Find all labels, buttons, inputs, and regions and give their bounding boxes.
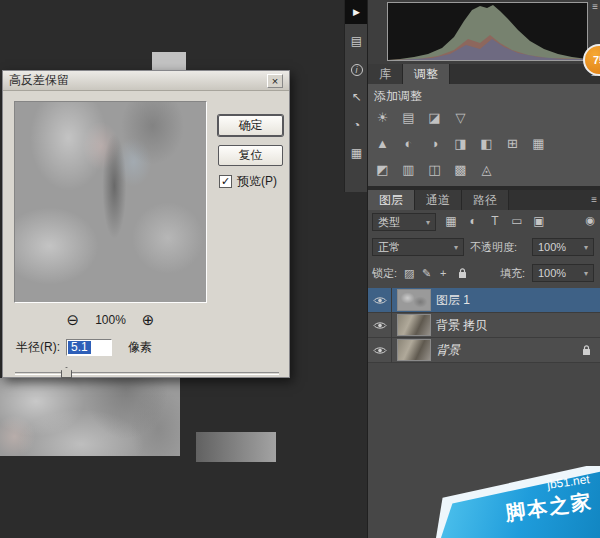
hue-saturation-icon[interactable]: ◐	[399, 134, 418, 153]
radius-unit: 像素	[128, 339, 152, 356]
chevron-down-icon: ▾	[426, 218, 430, 227]
adjustment-icon-row: ◩ ▥ ◫ ▩ ◬	[373, 160, 496, 179]
layer-thumbnail[interactable]	[398, 315, 430, 335]
eye-icon	[373, 296, 387, 305]
color-lookup-icon[interactable]: ▦	[529, 134, 548, 153]
high-pass-dialog: 高反差保留 × 确定 复位 ✓ 预览(P) ⊖ 100% ⊕ 半径(R): 5.…	[2, 70, 290, 378]
layer-list: 图层 1 背景 拷贝 背景	[368, 288, 600, 363]
invert-icon[interactable]: ◩	[373, 160, 392, 179]
opacity-label: 不透明度:	[470, 238, 517, 256]
brightness-contrast-icon[interactable]: ☀	[373, 108, 392, 127]
layer-row[interactable]: 背景	[368, 338, 600, 363]
layer-thumbnail[interactable]	[398, 340, 430, 360]
reset-button[interactable]: 复位	[218, 145, 283, 166]
preview-image	[15, 102, 206, 302]
curves-icon[interactable]: ◪	[425, 108, 444, 127]
fill-value[interactable]: 100% ▾	[532, 264, 594, 282]
color-balance-icon[interactable]: ◑	[425, 134, 444, 153]
histogram-panel-icon[interactable]: ▤	[345, 30, 368, 52]
zoom-controls: ⊖ 100% ⊕	[14, 311, 207, 329]
radius-row: 半径(R): 5.1 像素	[16, 339, 152, 356]
canvas-gradient-fragment	[196, 432, 276, 462]
panel-menu-icon[interactable]: ≡	[591, 190, 597, 210]
visibility-toggle[interactable]	[368, 288, 392, 313]
zoom-level: 100%	[95, 313, 126, 327]
filter-shape-layers-icon[interactable]: ▭	[508, 214, 526, 228]
preview-checkbox-label: 预览(P)	[237, 173, 277, 190]
tab-channels[interactable]: 通道	[415, 190, 462, 210]
tab-paths[interactable]: 路径	[462, 190, 509, 210]
ok-button[interactable]: 确定	[218, 115, 283, 136]
chevron-down-icon: ▾	[584, 269, 588, 278]
layer-name: 图层 1	[436, 292, 470, 309]
tab-layers[interactable]: 图层	[368, 190, 415, 210]
radius-input[interactable]: 5.1	[66, 339, 112, 356]
adjustments-panel: 添加调整 ☀ ▤ ◪ ▽ ▲ ◐ ◑ ◨ ◧ ⊞ ▦ ◩ ▥ ◫ ▩ ◬	[368, 84, 600, 186]
tab-adjustments[interactable]: 调整	[403, 64, 450, 84]
chevron-down-icon: ▾	[454, 243, 458, 252]
lock-all-icon[interactable]	[458, 264, 467, 282]
canvas-image-fragment	[152, 52, 186, 70]
play-icon[interactable]: ▶	[345, 0, 368, 24]
filter-kind-label: 类型	[378, 215, 400, 230]
right-panel: ≡ 库 调整 ≡ 添加调整 ☀ ▤ ◪ ▽ ▲ ◐ ◑ ◨ ◧ ⊞ ▦	[367, 0, 600, 538]
blend-mode-dropdown[interactable]: 正常 ▾	[372, 238, 464, 256]
adjustment-icon-row: ☀ ▤ ◪ ▽	[373, 108, 470, 127]
close-icon[interactable]: ×	[267, 74, 283, 88]
lock-image-icon[interactable]: ✎	[422, 264, 431, 282]
layer-row[interactable]: 图层 1	[368, 288, 600, 313]
filter-pixel-layers-icon[interactable]: ▦	[442, 214, 460, 228]
posterize-icon[interactable]: ▥	[399, 160, 418, 179]
chevron-down-icon: ▾	[584, 243, 588, 252]
black-white-icon[interactable]: ◨	[451, 134, 470, 153]
channel-mixer-icon[interactable]: ⊞	[503, 134, 522, 153]
visibility-toggle[interactable]	[368, 338, 392, 363]
eye-icon	[373, 321, 387, 330]
zoom-out-icon[interactable]: ⊖	[67, 311, 80, 329]
panel-menu-icon[interactable]: ≡	[592, 1, 598, 12]
filter-toggle-icon[interactable]: ◉	[585, 214, 595, 227]
fill-value-text: 100%	[538, 267, 566, 279]
dialog-title: 高反差保留	[9, 72, 69, 89]
vibrance-icon[interactable]: ▲	[373, 134, 392, 153]
filter-kind-dropdown[interactable]: 类型 ▾	[372, 213, 436, 231]
opacity-value[interactable]: 100% ▾	[532, 238, 594, 256]
radius-label: 半径(R):	[16, 339, 60, 356]
info-panel-icon[interactable]: i	[345, 58, 368, 80]
visibility-toggle[interactable]	[368, 313, 392, 338]
layer-comps-panel-icon[interactable]: ▦	[345, 142, 368, 164]
radius-slider-track[interactable]	[15, 372, 279, 375]
tab-library[interactable]: 库	[368, 64, 403, 84]
gradient-map-icon[interactable]: ▩	[451, 160, 470, 179]
photo-filter-icon[interactable]: ◧	[477, 134, 496, 153]
exposure-icon[interactable]: ▽	[451, 108, 470, 127]
filter-preview[interactable]	[14, 101, 207, 303]
properties-panel-icon[interactable]: ↖	[345, 86, 368, 108]
radius-slider-thumb[interactable]	[61, 367, 72, 378]
dialog-titlebar[interactable]: 高反差保留 ×	[3, 71, 289, 91]
zoom-in-icon[interactable]: ⊕	[142, 311, 155, 329]
blend-mode-value: 正常	[378, 240, 400, 255]
preview-checkbox-row[interactable]: ✓ 预览(P)	[219, 173, 277, 190]
lock-label: 锁定:	[372, 264, 397, 282]
lock-transparency-icon[interactable]: ▨	[404, 264, 414, 282]
adjustment-icon-row: ▲ ◐ ◑ ◨ ◧ ⊞ ▦	[373, 134, 548, 153]
selective-color-icon[interactable]: ◬	[477, 160, 496, 179]
levels-icon[interactable]: ▤	[399, 108, 418, 127]
clone-source-panel-icon[interactable]: ◔	[345, 114, 368, 136]
filter-type-layers-icon[interactable]: T	[486, 214, 504, 228]
filter-adjustment-layers-icon[interactable]: ◐	[464, 214, 482, 228]
layer-row[interactable]: 背景 拷贝	[368, 313, 600, 338]
layers-channels-paths-tabbar: 图层 通道 路径 ≡	[368, 190, 600, 210]
layer-thumbnail[interactable]	[398, 290, 430, 310]
panel-dock: ▶ ▤ i ↖ ◔ ▦	[344, 0, 367, 192]
checkbox-checked-icon[interactable]: ✓	[219, 175, 232, 188]
lock-position-icon[interactable]: +	[440, 264, 446, 282]
radius-value: 5.1	[68, 341, 91, 354]
filter-smart-objects-icon[interactable]: ▣	[530, 214, 548, 228]
histogram-panel: ≡	[368, 0, 600, 64]
threshold-icon[interactable]: ◫	[425, 160, 444, 179]
fill-label: 填充:	[500, 264, 525, 282]
layer-lock-icon	[582, 345, 591, 356]
library-adjustments-tabbar: 库 调整 ≡	[368, 64, 600, 84]
